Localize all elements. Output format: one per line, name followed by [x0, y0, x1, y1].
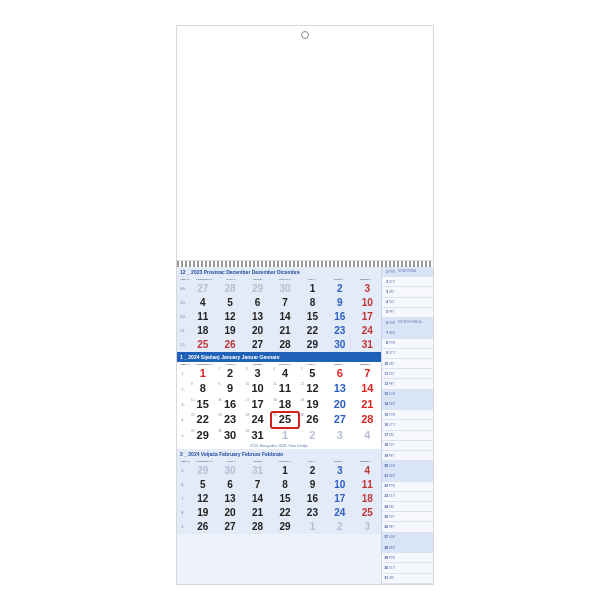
day-cell: 29 — [244, 282, 271, 296]
planner-day-abbr: UTO — [389, 351, 397, 355]
week-number: 49. — [177, 300, 189, 305]
day-cell: 28 — [216, 282, 243, 296]
day-cell: 8 — [299, 296, 326, 310]
week-number: 48. — [177, 286, 189, 291]
day-cell: 31 — [244, 464, 271, 478]
day-cell: 4 — [354, 464, 381, 478]
day-cell: 5 — [189, 478, 216, 492]
day-cell: 11 — [354, 478, 381, 492]
planner-day-num: 25 — [383, 515, 388, 519]
planner-day-num: 13 — [383, 392, 388, 396]
planner-row: 31SRI — [382, 574, 433, 584]
dow-label: ČETVRTAK — [272, 460, 299, 463]
day-cell: 24 — [326, 506, 353, 520]
planner-day-abbr: ČET — [389, 372, 397, 376]
day-cell: 88 — [189, 381, 216, 396]
day-cell: 21 — [354, 397, 381, 412]
planner-row: 21NED — [382, 471, 433, 481]
planner-day-num: 21 — [383, 474, 388, 478]
day-cell: 9 — [299, 478, 326, 492]
planner-day-abbr: PET — [389, 382, 397, 386]
day-cell: 3 — [354, 282, 381, 296]
day-cell: 1616 — [216, 397, 243, 412]
day-cell: 9 — [326, 296, 353, 310]
day-cell: 2424 — [244, 412, 271, 427]
planner-day-num: 1 — [383, 270, 388, 274]
planner-day-num: 10 — [383, 362, 388, 366]
day-cell: 21 — [271, 324, 298, 338]
day-cell: 1818 — [271, 397, 298, 412]
dow-label: UTORAK — [218, 278, 245, 281]
day-cell: 1919 — [299, 397, 326, 412]
planner-day-num: 6 — [383, 321, 388, 325]
dow-label: NEDJELJA — [352, 460, 379, 463]
planner-row: 5PET — [382, 308, 433, 318]
dow-label: UTORAK — [218, 363, 245, 366]
planner-day-abbr: NED — [389, 402, 397, 406]
day-cell: 2 — [299, 464, 326, 478]
dow-label: SRIJEDA — [245, 460, 272, 463]
planner-row: 6SUBSVETA TRI KRALJA — [382, 318, 433, 328]
planner-day-num: 24 — [383, 505, 388, 509]
planner-day-num: 23 — [383, 494, 388, 498]
day-cell: 5 — [216, 296, 243, 310]
day-cell: 30 — [271, 282, 298, 296]
day-cell: 55 — [299, 366, 326, 381]
dow-label: ČETVRTAK — [272, 363, 299, 366]
day-cell: 4 — [189, 296, 216, 310]
day-cell: 1010 — [244, 381, 271, 396]
day-cell: 25 — [189, 338, 216, 352]
day-cell: 22 — [216, 366, 243, 381]
day-cell: 17 — [326, 492, 353, 506]
day-cell: 18 — [189, 324, 216, 338]
planner-day-num: 11 — [383, 372, 388, 376]
planner-day-num: 3 — [383, 290, 388, 294]
week-number: 7. — [177, 496, 189, 501]
planner-row: 20SUB — [382, 461, 433, 471]
planner-day-abbr: SRI — [389, 433, 397, 437]
planner-row: 30UTO — [382, 563, 433, 573]
month-title: 2 _ 2024 Veljača February Februar Febbra… — [177, 449, 381, 459]
day-cell: 15 — [299, 310, 326, 324]
day-cell: 1 — [271, 428, 298, 443]
day-cell: 2929 — [189, 428, 216, 443]
day-cell: 6 — [244, 296, 271, 310]
planner-day-num: 12 — [383, 382, 388, 386]
week-number: 4. — [177, 417, 189, 422]
planner-day-abbr: NED — [389, 474, 397, 478]
day-cell: 10 — [354, 296, 381, 310]
month-grid: 48.2728293012349.4567891050.111213141516… — [177, 282, 381, 352]
day-cell: 6 — [326, 366, 353, 381]
planner-day-num: 18 — [383, 443, 388, 447]
day-cell: 29 — [189, 464, 216, 478]
month-february: 2 _ 2024 Veljača February Februar Febbra… — [177, 449, 381, 534]
planner-day-abbr: PON — [389, 270, 397, 274]
day-cell: 10 — [326, 478, 353, 492]
planner-day-num: 28 — [383, 546, 388, 550]
day-cell: 28 — [354, 412, 381, 427]
day-cell: 20 — [244, 324, 271, 338]
day-cell: 31 — [354, 338, 381, 352]
today-marker: 2525 — [271, 412, 298, 427]
planner-day-abbr: PON — [389, 556, 397, 560]
planner-day-abbr: SUB — [389, 321, 397, 325]
planner-day-abbr: UTO — [389, 280, 397, 284]
month-grid: 1.122334455672.889910101111121213143.151… — [177, 366, 381, 443]
planner-day-num: 7 — [383, 331, 388, 335]
day-cell: 1 — [271, 464, 298, 478]
planner-row: 7NED — [382, 328, 433, 338]
planner-row: 28NED — [382, 543, 433, 553]
planner-row: 17SRI — [382, 431, 433, 441]
week-number: 51. — [177, 328, 189, 333]
day-cell: 1 — [299, 282, 326, 296]
day-cell: 27 — [189, 282, 216, 296]
planner-row: 25ČET — [382, 512, 433, 522]
planner-day-abbr: ČET — [389, 300, 397, 304]
planner-row: 13SUB — [382, 390, 433, 400]
planner-row: 9UTO — [382, 349, 433, 359]
month-january: 1 _ 2024 Siječanj January Januar Gennaio… — [177, 352, 381, 449]
dow-label: PONEDJELJAK — [191, 363, 218, 366]
dow-label: TJEDAN — [179, 460, 191, 463]
day-cell: 29 — [271, 520, 298, 534]
planner-row: 26PET — [382, 522, 433, 532]
